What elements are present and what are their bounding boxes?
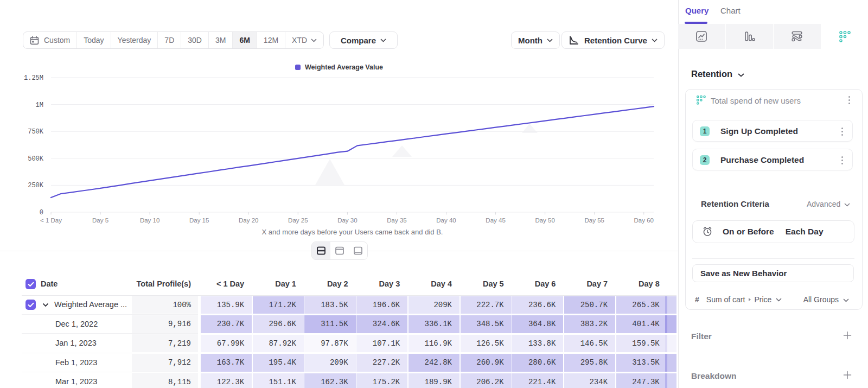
column-header-date: Date [41, 279, 58, 288]
measure-row: # Sum of cart Price All Groups [685, 290, 863, 309]
day-value-cell[interactable]: 97.87K [304, 335, 355, 353]
behavior-kebab-icon[interactable] [848, 96, 850, 104]
day-value-cell[interactable]: 311.5K [304, 315, 355, 333]
chevron-down-icon [844, 200, 850, 208]
column-header-day: < 1 Day [201, 279, 244, 288]
day-value-cell[interactable]: 260.9K [461, 354, 512, 372]
add-filter-button[interactable] [843, 331, 852, 342]
table-row: Dec 1, 20229,916230.7K296.6K311.5K324.6K… [0, 315, 678, 334]
day-value-cell[interactable]: 159.5K [616, 335, 667, 353]
chevron-down-icon [738, 69, 744, 79]
day-value-cell-clipped[interactable] [665, 296, 676, 314]
day-value-cell-clipped[interactable] [665, 335, 676, 353]
day-value-cell[interactable]: 230.7K [201, 315, 252, 333]
advanced-dropdown[interactable]: Advanced [807, 200, 850, 208]
day-value-cell[interactable]: 236.6K [512, 296, 563, 314]
measure-property[interactable]: Price [754, 295, 771, 304]
tab-chart[interactable]: Chart [720, 6, 741, 15]
total-cell[interactable]: 7,219 [132, 334, 198, 352]
day-value-cell[interactable]: 324.6K [356, 315, 407, 333]
day-value-cell[interactable]: 280.6K [512, 354, 563, 372]
column-header-day: Day 1 [253, 279, 296, 288]
measure-label[interactable]: Sum of cart [706, 295, 745, 304]
behavior-step-row[interactable]: 1 Sign Up Completed [692, 120, 853, 142]
day-value-cell[interactable]: 336.1K [409, 315, 459, 333]
day-value-cell[interactable]: 133.8K [512, 335, 563, 353]
day-value-cell[interactable]: 313.5K [616, 354, 667, 372]
day-value-cell[interactable]: 247.3K [616, 373, 667, 388]
day-value-cell[interactable]: 234K [564, 373, 615, 388]
day-value-cell[interactable]: 383.2K [564, 315, 615, 333]
add-breakdown-button[interactable] [843, 371, 852, 381]
day-value-cell-clipped[interactable] [665, 373, 676, 388]
day-value-cell[interactable]: 209K [304, 354, 355, 372]
insights-line-icon [695, 30, 707, 42]
criteria-condition[interactable]: On or Before [723, 227, 774, 237]
day-value-cell[interactable]: 195.4K [253, 354, 304, 372]
criteria-condition-row[interactable]: On or Before Each Day [692, 220, 854, 243]
behavior-step-row[interactable]: 2 Purchase Completed [692, 149, 853, 170]
day-value-cell[interactable]: 206.2K [461, 373, 512, 388]
column-header-day: Day 2 [304, 279, 348, 288]
total-cell[interactable]: 100% [132, 296, 198, 314]
day-value-cell[interactable]: 183.5K [304, 296, 355, 314]
total-cell[interactable]: 9,916 [132, 315, 198, 333]
day-value-cell[interactable]: 227.2K [356, 354, 407, 372]
day-value-cell[interactable]: 87.92K [253, 335, 304, 353]
day-value-cell[interactable]: 162.3K [304, 373, 355, 388]
day-value-cell-clipped[interactable] [665, 315, 676, 333]
day-value-cell[interactable]: 296.6K [253, 315, 304, 333]
total-cell[interactable]: 8,115 [132, 373, 198, 388]
step-kebab-icon[interactable] [841, 156, 843, 164]
day-value-cell[interactable]: 265.3K [616, 296, 667, 314]
save-as-new-behavior-button[interactable]: Save as New Behavior [692, 264, 854, 282]
day-value-cell[interactable]: 107.1K [356, 335, 407, 353]
save-as-new-behavior-label: Save as New Behavior [700, 269, 787, 278]
day-value-cell[interactable]: 126.5K [461, 335, 512, 353]
day-value-cell[interactable]: 135.9K [201, 296, 252, 314]
table-row: Weighted Average ...100%135.9K171.2K183.… [0, 295, 678, 315]
chart-type-retention[interactable] [821, 24, 868, 49]
day-value-cell[interactable]: 151.1K [253, 373, 304, 388]
select-all-checkbox[interactable] [25, 279, 36, 289]
chart-type-insights-line[interactable] [678, 24, 725, 49]
behavior-title[interactable]: Total spend of new users [711, 96, 801, 105]
day-value-cell[interactable]: 295.8K [564, 354, 615, 372]
table-header-divider [22, 295, 676, 296]
expand-chevron-icon[interactable] [42, 303, 49, 307]
day-value-cell[interactable]: 196.6K [356, 296, 407, 314]
day-value-cell[interactable]: 175.2K [356, 373, 407, 388]
column-header-day: Day 5 [461, 279, 504, 288]
filter-label: Filter [691, 332, 712, 341]
day-value-cell[interactable]: 163.7K [201, 354, 252, 372]
chart-type-insights-bar[interactable] [726, 24, 773, 49]
step-label: Purchase Completed [720, 149, 804, 171]
day-value-cell[interactable]: 171.2K [253, 296, 304, 314]
column-header-day: Day 8 [616, 279, 660, 288]
step-kebab-icon[interactable] [841, 128, 843, 136]
chart-type-flows[interactable] [774, 24, 821, 49]
table-header-row: DateTotal Profile(s)< 1 DayDay 1Day 2Day… [0, 271, 678, 295]
row-checkbox[interactable] [25, 300, 36, 310]
day-value-cell[interactable]: 242.8K [409, 354, 459, 372]
criteria-frequency[interactable]: Each Day [786, 227, 824, 237]
day-value-cell[interactable]: 209K [409, 296, 459, 314]
day-value-cell-clipped[interactable] [665, 354, 676, 372]
step-number-badge: 2 [700, 155, 710, 165]
day-value-cell[interactable]: 401.4K [616, 315, 667, 333]
total-cell[interactable]: 7,912 [132, 354, 198, 372]
tab-query[interactable]: Query [685, 6, 709, 15]
query-section-heading[interactable]: Retention [691, 69, 744, 79]
day-value-cell[interactable]: 189.9K [409, 373, 459, 388]
group-dropdown[interactable]: All Groups [803, 295, 849, 304]
day-value-cell[interactable]: 146.5K [564, 335, 615, 353]
day-value-cell[interactable]: 116.9K [409, 335, 459, 353]
day-value-cell[interactable]: 122.3K [201, 373, 252, 388]
day-value-cell[interactable]: 250.7K [564, 296, 615, 314]
day-value-cell[interactable]: 348.5K [461, 315, 512, 333]
day-value-cell[interactable]: 67.99K [201, 335, 252, 353]
number-property-icon: # [695, 295, 699, 304]
day-value-cell[interactable]: 222.7K [461, 296, 512, 314]
day-value-cell[interactable]: 221.4K [512, 373, 563, 388]
day-value-cell[interactable]: 364.8K [512, 315, 563, 333]
